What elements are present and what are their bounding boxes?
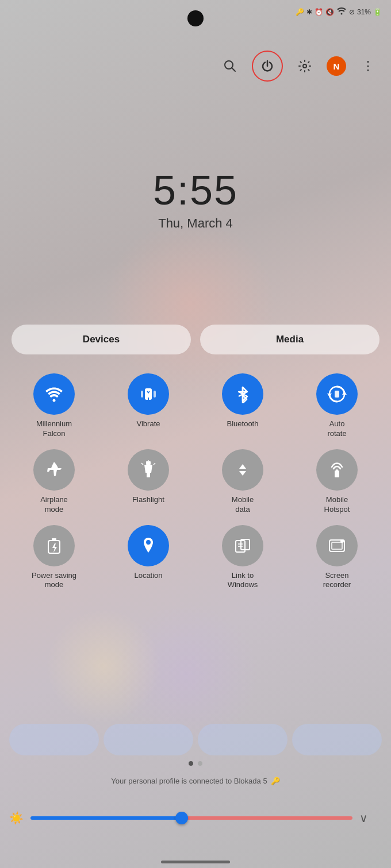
tab-buttons: Devices Media xyxy=(12,325,379,354)
clock-section: 5:55 Thu, March 4 xyxy=(0,167,391,231)
svg-marker-12 xyxy=(327,394,332,397)
tile-flashlight[interactable]: Flashlight xyxy=(103,449,193,515)
partial-tile-2 xyxy=(103,724,193,755)
brightness-bar: ☀️ ∨ xyxy=(9,811,368,825)
tile-hotspot[interactable]: MobileHotspot xyxy=(292,449,382,515)
profile-info: Your personal profile is connected to Bl… xyxy=(0,777,391,785)
user-avatar[interactable]: N xyxy=(327,56,346,76)
flashlight-tile-icon xyxy=(128,449,169,491)
tile-wifi[interactable]: MillenniumFalcon xyxy=(9,373,99,439)
battery-percent: 31% xyxy=(357,8,371,16)
svg-point-3 xyxy=(303,64,306,68)
partial-tile-3 xyxy=(198,724,288,755)
mobiledata-tile-icon xyxy=(222,449,263,491)
page-indicator xyxy=(0,761,391,766)
airplane-tile-icon xyxy=(33,449,75,491)
settings-button[interactable] xyxy=(293,55,316,78)
media-tab[interactable]: Media xyxy=(200,325,379,354)
tile-vibrate[interactable]: Vibrate xyxy=(103,373,193,439)
tile-location[interactable]: Location xyxy=(103,525,193,591)
profile-info-text: Your personal profile is connected to Bl… xyxy=(111,777,267,785)
partial-tiles-row xyxy=(9,724,382,755)
svg-rect-15 xyxy=(147,473,150,477)
screenrecorder-tile-icon xyxy=(316,525,358,566)
svg-rect-6 xyxy=(141,391,143,398)
alarm-icon: ⏰ xyxy=(315,8,323,16)
svg-point-30 xyxy=(340,539,344,543)
svg-point-20 xyxy=(336,469,338,472)
battery-icon: 🔋 xyxy=(373,8,382,16)
wifi-tile-icon xyxy=(33,373,75,415)
bluetooth-tile-label: Bluetooth xyxy=(227,419,259,429)
wifi-tile-label: MillenniumFalcon xyxy=(36,419,72,439)
quick-tiles-grid: MillenniumFalcon Vibrate xyxy=(9,373,382,590)
status-bar: 🔑 ✱ ⏰ 🔇 ⊘ 31% 🔋 xyxy=(296,7,382,17)
brightness-icon: ☀️ xyxy=(9,811,24,825)
powersaving-tile-icon xyxy=(33,525,75,566)
vibrate-tile-label: Vibrate xyxy=(137,419,160,429)
home-bar xyxy=(161,861,230,863)
flashlight-tile-label: Flashlight xyxy=(132,495,164,505)
svg-line-17 xyxy=(154,463,155,465)
dot-1 xyxy=(189,761,193,766)
vpn-icon: ⊘ xyxy=(349,8,355,16)
tile-mobiledata[interactable]: Mobiledata xyxy=(198,449,288,515)
partial-tile-1 xyxy=(9,724,99,755)
camera-cutout xyxy=(187,10,204,26)
brightness-track[interactable] xyxy=(30,816,352,820)
svg-point-0 xyxy=(340,13,342,15)
tile-powersaving[interactable]: Power savingmode xyxy=(9,525,99,591)
dot-2 xyxy=(198,761,202,766)
hotspot-tile-label: MobileHotspot xyxy=(324,495,350,515)
tile-airplane[interactable]: Airplanemode xyxy=(9,449,99,515)
vibrate-tile-icon xyxy=(128,373,169,415)
svg-marker-11 xyxy=(342,391,347,395)
airplane-tile-label: Airplanemode xyxy=(40,495,68,515)
tile-autorotate[interactable]: Autorotate xyxy=(292,373,382,439)
powersaving-tile-label: Power savingmode xyxy=(32,571,76,591)
autorotate-tile-label: Autorotate xyxy=(327,419,346,439)
brightness-thumb[interactable] xyxy=(175,812,188,824)
svg-point-4 xyxy=(53,399,56,402)
autorotate-tile-icon xyxy=(316,373,358,415)
linkwindows-tile-icon xyxy=(222,525,263,566)
wifi-status-icon xyxy=(336,7,347,17)
brightness-expand-button[interactable]: ∨ xyxy=(359,811,368,825)
svg-rect-14 xyxy=(146,461,151,465)
bluetooth-tile-icon xyxy=(222,373,263,415)
screenrecorder-tile-label: Screenrecorder xyxy=(323,571,351,591)
devices-tab[interactable]: Devices xyxy=(12,325,191,354)
tile-screenrecorder[interactable]: Screenrecorder xyxy=(292,525,382,591)
more-options-button[interactable]: ⋮ xyxy=(356,55,379,78)
svg-point-23 xyxy=(146,540,151,545)
mobiledata-tile-label: Mobiledata xyxy=(232,495,254,515)
svg-rect-7 xyxy=(154,391,156,398)
search-button[interactable] xyxy=(218,55,241,78)
tile-bluetooth[interactable]: Bluetooth xyxy=(198,373,288,439)
location-tile-label: Location xyxy=(134,571,162,581)
mute-icon: 🔇 xyxy=(325,8,334,16)
location-tile-icon xyxy=(128,525,169,566)
svg-rect-13 xyxy=(335,391,339,398)
bluetooth-status-icon: ✱ xyxy=(306,8,312,16)
clock-time: 5:55 xyxy=(0,167,391,214)
vpn-key-icon: 🔑 xyxy=(271,777,280,785)
clock-date: Thu, March 4 xyxy=(0,216,391,231)
svg-line-2 xyxy=(232,68,235,71)
top-controls: N ⋮ xyxy=(0,51,391,82)
key-icon: 🔑 xyxy=(296,8,304,16)
linkwindows-tile-label: Link toWindows xyxy=(228,571,258,591)
svg-rect-22 xyxy=(52,538,56,541)
tile-linkwindows[interactable]: Link toWindows xyxy=(198,525,288,591)
svg-line-16 xyxy=(141,463,143,465)
svg-rect-29 xyxy=(332,542,342,549)
power-button[interactable] xyxy=(252,51,283,82)
hotspot-tile-icon xyxy=(316,449,358,491)
partial-tile-4 xyxy=(292,724,382,755)
